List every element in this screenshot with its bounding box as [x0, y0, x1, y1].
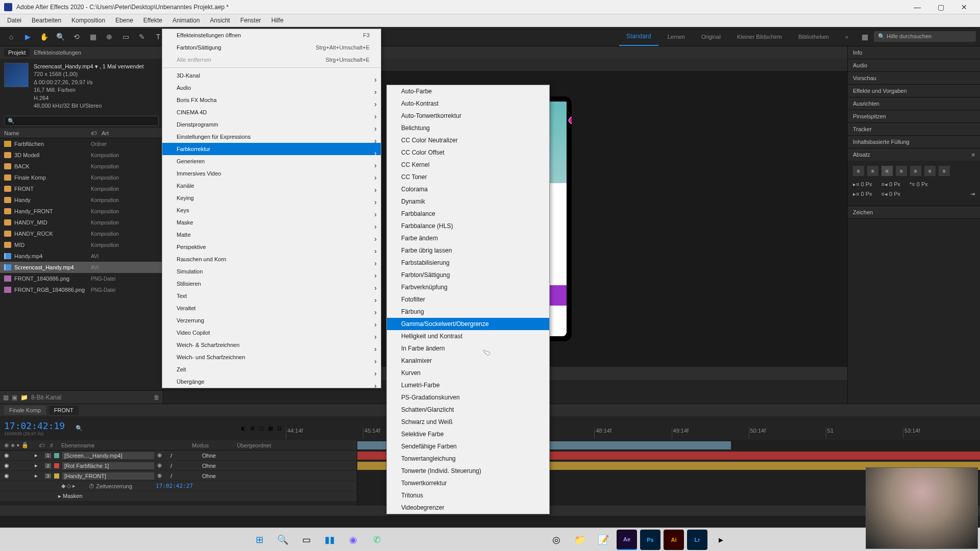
tl-tool-3-icon[interactable]: ◫	[259, 425, 264, 432]
submenu-item[interactable]: Farbverknüpfung	[387, 281, 549, 293]
submenu-item[interactable]: PS-Gradationskurven	[387, 391, 549, 404]
workspace-more-icon[interactable]: »	[838, 34, 855, 40]
project-row[interactable]: FRONT_1840886.pngPNG-Datei	[0, 273, 163, 284]
menu-category[interactable]: Übergänge	[162, 375, 381, 388]
transform-handle-icon[interactable]	[569, 117, 572, 124]
menu-ansicht[interactable]: Ansicht	[205, 15, 235, 26]
visibility-icon[interactable]: ◉	[4, 472, 11, 479]
project-row[interactable]: HandyKomposition	[0, 194, 163, 206]
tl-tool-4-icon[interactable]: ▦	[268, 425, 273, 432]
panel-effekte[interactable]: Effekte und Vorgaben	[848, 85, 980, 97]
panel-toggle-icon[interactable]: ▦	[857, 30, 872, 44]
label-icon[interactable]: 🏷	[91, 130, 96, 136]
align-left-icon[interactable]: ≡	[853, 166, 864, 176]
menu-item[interactable]: Farbton/SättigungStrg+Alt+Umschalt+E	[162, 41, 381, 54]
submenu-item[interactable]: Tonwertangleichung	[387, 453, 549, 465]
submenu-item[interactable]: Tritonus	[387, 489, 549, 502]
panel-info[interactable]: Info	[848, 46, 980, 59]
whatsapp-icon[interactable]: ✆	[366, 530, 387, 550]
menu-category[interactable]: Maske	[162, 216, 381, 229]
menu-ebene[interactable]: Ebene	[110, 15, 138, 26]
menu-category[interactable]: Audio	[162, 82, 381, 94]
after-effects-icon[interactable]: Ae	[617, 530, 637, 550]
menu-category[interactable]: Weich- & Scharfzeichnen	[162, 339, 381, 351]
workspace-lernen[interactable]: Lernen	[660, 34, 692, 40]
project-row[interactable]: HANDY_RÜCKKomposition	[0, 228, 163, 239]
project-row[interactable]: FarbflächenOrdner	[0, 138, 163, 149]
label-color-icon[interactable]	[54, 453, 59, 458]
submenu-item[interactable]: Färbung	[387, 306, 549, 318]
submenu-item[interactable]: Auto-Tonwertkorrektur	[387, 110, 549, 122]
taskbar-more-icon[interactable]: ▸	[710, 530, 731, 550]
submenu-item[interactable]: Belichtung	[387, 122, 549, 134]
align-justify-last-left-icon[interactable]: ≡	[896, 166, 907, 176]
new-folder-icon[interactable]: 📁	[20, 394, 28, 401]
workspace-kleiner[interactable]: Kleiner Bildschirm	[730, 34, 789, 40]
project-row[interactable]: FRONTKomposition	[0, 183, 163, 194]
hand-tool-icon[interactable]: ✋	[37, 30, 51, 44]
menu-category[interactable]: Farbkorrektur	[162, 143, 381, 155]
submenu-item[interactable]: CC Color Offset	[387, 146, 549, 159]
visibility-icon[interactable]: ◉	[4, 452, 11, 459]
explorer-icon[interactable]: 📁	[570, 530, 590, 550]
trash-icon[interactable]: 🗑	[154, 394, 160, 401]
menu-category[interactable]: Text	[162, 290, 381, 302]
menu-category[interactable]: Verzerrung	[162, 314, 381, 327]
menu-category[interactable]: Weich- und Scharfzeichnen	[162, 351, 381, 363]
submenu-item[interactable]: Dynamik	[387, 195, 549, 208]
project-row[interactable]: HANDY_MIDKomposition	[0, 217, 163, 228]
menu-category[interactable]: Perspektive	[162, 241, 381, 253]
menu-category[interactable]: Boris FX Mocha	[162, 94, 381, 106]
effect-settings-tab[interactable]: Effekteinstellungen	[30, 48, 85, 57]
label-color-icon[interactable]	[54, 473, 59, 479]
panel-audio[interactable]: Audio	[848, 59, 980, 71]
timecode-display[interactable]: 17:02:42:19	[4, 420, 67, 431]
menu-category[interactable]: Simulation	[162, 265, 381, 278]
home-icon[interactable]: ⌂	[4, 30, 18, 44]
timeline-layer-row[interactable]: ◉▸2[Rot Farbfläche 1]⊕/Ohne	[0, 461, 357, 471]
menu-category[interactable]: Stilisieren	[162, 278, 381, 290]
panel-pinsel[interactable]: Pinselspitzen	[848, 110, 980, 122]
menu-fenster[interactable]: Fenster	[235, 15, 266, 26]
panel-tracker[interactable]: Tracker	[848, 123, 980, 135]
submenu-item[interactable]: Selektive Farbe	[387, 428, 549, 440]
menu-category[interactable]: Veraltet	[162, 302, 381, 314]
obs-icon[interactable]: ◎	[546, 530, 567, 550]
timeline-search-icon[interactable]: 🔍	[76, 425, 83, 432]
notepad-icon[interactable]: 📝	[593, 530, 614, 550]
submenu-item[interactable]: Farbe ändern	[387, 232, 549, 244]
submenu-item[interactable]: Lumetri-Farbe	[387, 379, 549, 391]
menu-category[interactable]: Dienstprogramm	[162, 118, 381, 131]
submenu-item[interactable]: Tonwerte (Individ. Steuerung)	[387, 465, 549, 477]
menu-category[interactable]: Generieren	[162, 155, 381, 167]
close-button[interactable]: ✕	[952, 0, 976, 14]
start-button-icon[interactable]: ⊞	[249, 530, 270, 550]
submenu-item[interactable]: Sendefähige Farben	[387, 440, 549, 453]
submenu-item[interactable]: Auto-Kontrast	[387, 97, 549, 110]
submenu-item[interactable]: Kanalmixer	[387, 355, 549, 367]
shape-tool-icon[interactable]: ▭	[118, 30, 133, 44]
align-justify-all-icon[interactable]: ≡	[939, 166, 950, 176]
menu-category[interactable]: Kanäle	[162, 180, 381, 192]
selection-tool-icon[interactable]: ▶	[20, 30, 35, 44]
align-justify-last-right-icon[interactable]: ≡	[924, 166, 936, 176]
anchor-tool-icon[interactable]: ⊕	[102, 30, 116, 44]
project-row[interactable]: MIDKomposition	[0, 239, 163, 251]
submenu-item[interactable]: CC Kernel	[387, 159, 549, 171]
menu-category[interactable]: Einstellungen für Expressions	[162, 131, 381, 143]
panel-inhalt[interactable]: Inhaltsbasierte Füllung	[848, 136, 980, 148]
timeline-property-row[interactable]: ◆ ◇ ▸ ⏱ Zeitverzerrung 17:02:42:27	[0, 481, 357, 491]
project-row[interactable]: Handy_FRONTKomposition	[0, 206, 163, 217]
align-right-icon[interactable]: ≡	[881, 166, 893, 176]
minimize-button[interactable]: —	[905, 0, 929, 14]
submenu-item[interactable]: Farbbalance	[387, 208, 549, 220]
timeline-layer-row[interactable]: ◉▸3[Handy_FRONT]⊕/Ohne	[0, 471, 357, 481]
project-row[interactable]: Finale KompKomposition	[0, 172, 163, 183]
menu-category[interactable]: Video Copilot	[162, 327, 381, 339]
submenu-item[interactable]: Gamma/Sockelwert/Obergrenze	[387, 318, 549, 330]
project-search-input[interactable]	[4, 116, 159, 126]
project-row[interactable]: 3D ModellKomposition	[0, 149, 163, 161]
rotate-tool-icon[interactable]: ⟲	[69, 30, 84, 44]
illustrator-icon[interactable]: Ai	[664, 530, 684, 550]
submenu-item[interactable]: Auto-Farbe	[387, 85, 549, 97]
